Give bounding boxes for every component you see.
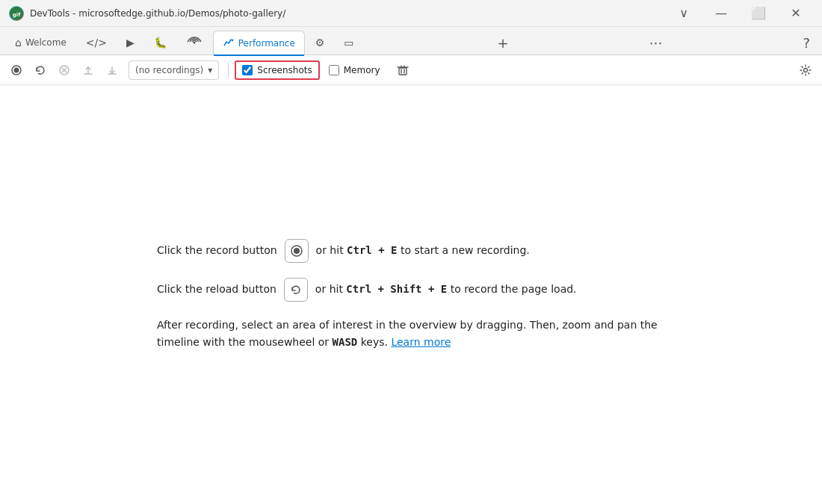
- layers-icon: ▭: [344, 37, 353, 48]
- devtools-tab-bar: ⌂ Welcome </> ▶ 🐛 Performance ⚙: [0, 27, 822, 55]
- svg-point-4: [14, 67, 19, 72]
- tab-performance[interactable]: Performance: [213, 31, 305, 55]
- elements-icon: 🐛: [154, 37, 167, 48]
- line1-prefix: Click the record button: [157, 242, 277, 260]
- chevron-btn[interactable]: ∨: [667, 1, 701, 25]
- svg-rect-12: [399, 68, 407, 75]
- stop-button[interactable]: [54, 60, 75, 81]
- after-recording-text: After recording, select an area of inter…: [157, 317, 665, 350]
- memory-label[interactable]: Memory: [344, 65, 380, 75]
- more-tabs-button[interactable]: ⋯: [643, 31, 669, 55]
- performance-toolbar: (no recordings) ▾ Screenshots Memory: [0, 55, 822, 85]
- recordings-dropdown[interactable]: (no recordings) ▾: [129, 60, 219, 80]
- memory-checkbox[interactable]: [329, 65, 339, 75]
- window-title: DevTools - microsoftedge.github.io/Demos…: [30, 8, 661, 19]
- console-icon: ▶: [126, 37, 135, 48]
- upload-button[interactable]: [78, 60, 99, 81]
- close-button[interactable]: ✕: [779, 1, 813, 25]
- memory-icon: ⚙: [315, 37, 325, 48]
- help-button[interactable]: ?: [797, 31, 816, 55]
- instruction-row-2: Click the reload button or hit Ctrl + Sh…: [157, 278, 665, 302]
- line1-end: to start a new recording.: [398, 244, 530, 256]
- download-button[interactable]: [102, 60, 123, 81]
- record-demo-icon: [285, 239, 309, 263]
- tab-welcome[interactable]: ⌂ Welcome: [6, 31, 75, 55]
- instructions-panel: Click the record button or hit Ctrl + E …: [157, 239, 665, 350]
- tab-elements[interactable]: 🐛: [145, 31, 176, 55]
- add-tab-button[interactable]: +: [492, 31, 515, 55]
- network-icon: [186, 36, 203, 50]
- line2-end: to record the page load.: [447, 283, 576, 295]
- maximize-button[interactable]: ⬜: [741, 1, 776, 25]
- welcome-icon: ⌂: [15, 37, 22, 48]
- dropdown-arrow-icon: ▾: [208, 65, 212, 75]
- screenshots-label[interactable]: Screenshots: [257, 65, 312, 75]
- screenshots-checkbox-wrapper[interactable]: Screenshots: [235, 60, 319, 80]
- record-button[interactable]: [6, 60, 27, 81]
- screenshots-checkbox[interactable]: [242, 65, 253, 75]
- devtools-icon: gif: [9, 6, 24, 21]
- ctrl-shift-e-shortcut: Ctrl + Shift + E: [346, 283, 447, 295]
- minimize-button[interactable]: —: [704, 1, 738, 25]
- wasd-shortcut: WASD: [333, 336, 358, 348]
- settings-button[interactable]: [795, 60, 816, 81]
- instruction-row-1: Click the record button or hit Ctrl + E …: [157, 239, 665, 263]
- svg-point-2: [193, 41, 195, 43]
- recordings-label: (no recordings): [135, 65, 203, 75]
- svg-text:gif: gif: [13, 12, 21, 18]
- delete-recordings-button[interactable]: [392, 60, 413, 81]
- reload-demo-icon: [284, 278, 308, 302]
- title-bar: gif DevTools - microsoftedge.github.io/D…: [0, 0, 822, 27]
- window-controls: ∨ — ⬜ ✕: [667, 1, 813, 25]
- sources-icon: </>: [86, 37, 107, 48]
- main-content: Click the record button or hit Ctrl + E …: [0, 85, 822, 504]
- line2-suffix: or hit Ctrl + Shift + E to record the pa…: [315, 281, 577, 299]
- line3-suffix: keys.: [357, 336, 391, 348]
- performance-icon: [223, 37, 235, 50]
- svg-point-20: [294, 248, 300, 254]
- learn-more-link[interactable]: Learn more: [391, 336, 451, 348]
- tab-memory[interactable]: ⚙: [306, 31, 334, 55]
- toolbar-divider-1: [228, 63, 229, 78]
- memory-checkbox-wrapper[interactable]: Memory: [323, 62, 386, 78]
- tab-network[interactable]: [177, 31, 211, 55]
- ctrl-e-shortcut: Ctrl + E: [347, 244, 397, 256]
- tab-console[interactable]: ▶: [117, 31, 143, 55]
- tab-sources[interactable]: </>: [77, 31, 116, 55]
- svg-point-18: [804, 68, 808, 72]
- help-icon: ?: [803, 35, 810, 51]
- line1-suffix: or hit Ctrl + E to start a new recording…: [316, 242, 530, 260]
- tab-performance-label: Performance: [238, 38, 295, 49]
- line2-prefix: Click the reload button: [157, 281, 276, 299]
- tab-welcome-label: Welcome: [25, 37, 67, 48]
- tab-layers[interactable]: ▭: [335, 31, 362, 55]
- reload-record-button[interactable]: [30, 60, 51, 81]
